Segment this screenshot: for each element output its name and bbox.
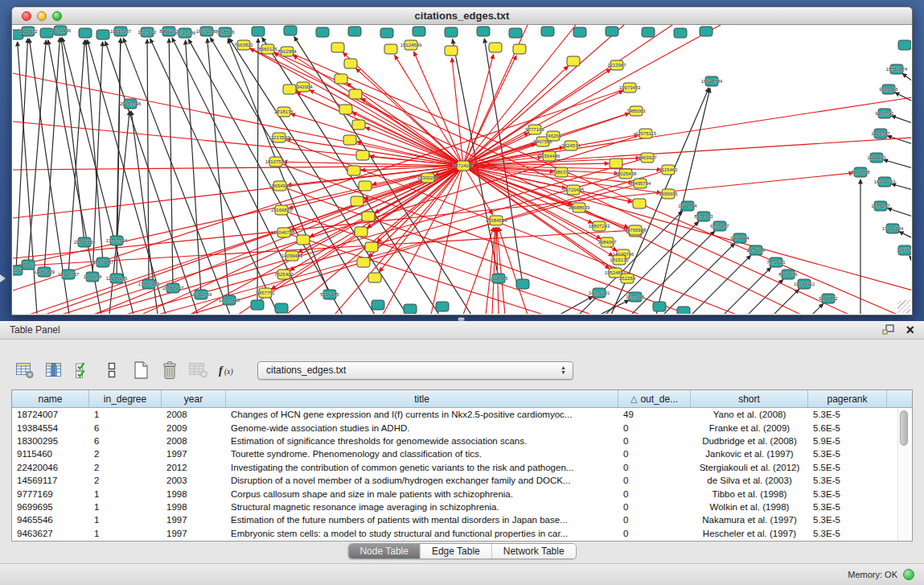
graph-node[interactable]: [343, 135, 356, 145]
select-columns-icon[interactable]: [71, 358, 95, 382]
float-panel-icon[interactable]: [881, 323, 896, 336]
table-selector-dropdown[interactable]: citations_edges.txt▲▼: [257, 361, 573, 380]
graph-node[interactable]: [445, 46, 458, 56]
graph-node[interactable]: [606, 27, 618, 36]
graph-node[interactable]: 9245852: [819, 294, 838, 303]
graph-node[interactable]: [331, 43, 344, 52]
graph-node[interactable]: [365, 242, 378, 252]
window-resize-grip[interactable]: [897, 300, 910, 313]
column-header-pagerank[interactable]: pagerank: [808, 390, 887, 407]
graph-node[interactable]: 20053346: [120, 99, 142, 109]
graph-node[interactable]: [348, 27, 361, 36]
graph-node[interactable]: [347, 166, 360, 175]
graph-node[interactable]: [516, 279, 529, 289]
graph-node[interactable]: [352, 120, 365, 130]
graph-node[interactable]: 1518485: [489, 274, 508, 283]
graph-node[interactable]: 2405572: [18, 27, 38, 36]
graph-node[interactable]: [355, 227, 368, 237]
graph-node[interactable]: [97, 30, 109, 39]
graph-node[interactable]: [513, 44, 526, 54]
graph-node[interactable]: 2935114: [747, 245, 766, 255]
graph-node[interactable]: 8215958: [851, 167, 870, 177]
graph-node[interactable]: [356, 150, 369, 160]
table-scrollbar-thumb[interactable]: [900, 410, 908, 446]
graph-node[interactable]: 15124549: [400, 40, 422, 50]
graph-node[interactable]: 16671388: [196, 27, 218, 36]
graph-node[interactable]: 1145194: [84, 272, 103, 282]
graph-node[interactable]: [642, 27, 655, 37]
table-row[interactable]: 1830029562008Estimation of significance …: [12, 435, 912, 447]
graph-node[interactable]: [297, 235, 310, 245]
graph-node[interactable]: [357, 257, 370, 267]
graph-node[interactable]: 16210643: [874, 177, 896, 187]
graph-node[interactable]: 3624574: [561, 141, 581, 150]
graph-node[interactable]: 11156809: [34, 267, 55, 277]
graph-node[interactable]: [283, 84, 296, 94]
graph-node[interactable]: 3684067: [598, 237, 617, 247]
graph-node[interactable]: 1640954: [678, 201, 697, 211]
graph-node[interactable]: [653, 302, 666, 311]
graph-node[interactable]: [567, 56, 580, 66]
graph-node[interactable]: 116753: [897, 245, 911, 255]
graph-node[interactable]: 14136141: [589, 288, 610, 298]
graph-node[interactable]: 1599297: [871, 201, 890, 211]
graph-node[interactable]: 1244413: [867, 153, 886, 163]
graph-node[interactable]: 9463627: [638, 153, 657, 163]
network-view[interactable]: 1872400718300295766382286601268912954234…: [13, 25, 911, 314]
graph-node[interactable]: [445, 27, 458, 37]
graph-node[interactable]: [541, 27, 554, 36]
graph-node[interactable]: 12942757: [58, 270, 80, 279]
graph-node[interactable]: [372, 300, 384, 310]
table-scrollbar[interactable]: [897, 409, 910, 540]
graph-node[interactable]: [79, 28, 92, 38]
network-window[interactable]: citations_edges.txt 18724007183002957663…: [11, 6, 913, 315]
table-row[interactable]: 911546021997Tourette syndrome. Phenomeno…: [12, 447, 912, 460]
graph-node[interactable]: [362, 212, 375, 221]
table-row[interactable]: 946362711997Embryonic stem cells: a mode…: [12, 527, 912, 540]
graph-node[interactable]: [677, 307, 690, 314]
graph-node[interactable]: [339, 105, 352, 114]
graph-node[interactable]: 7625402: [274, 270, 294, 279]
graph-node[interactable]: [700, 27, 713, 36]
graph-node[interactable]: 7386372: [552, 167, 571, 177]
graph-node[interactable]: 10653297: [110, 27, 132, 36]
graph-node[interactable]: [573, 27, 586, 37]
graph-node[interactable]: 7815526: [216, 27, 235, 37]
graph-node[interactable]: 6379197: [710, 221, 729, 231]
graph-node[interactable]: [251, 300, 264, 310]
graph-node[interactable]: [898, 40, 911, 50]
graph-node[interactable]: 8471676: [778, 270, 798, 279]
show-columns-icon[interactable]: [42, 358, 66, 382]
function-builder-icon[interactable]: f(x): [216, 358, 240, 382]
graph-node[interactable]: [436, 302, 449, 311]
table-row[interactable]: 1938455462009Genome-wide association stu…: [12, 421, 912, 434]
graph-node[interactable]: [351, 196, 363, 206]
network-window-titlebar[interactable]: citations_edges.txt: [12, 7, 912, 25]
graph-node[interactable]: 1733426: [626, 292, 645, 302]
graph-node[interactable]: [344, 59, 357, 68]
column-header-title[interactable]: title: [226, 390, 618, 407]
graph-node[interactable]: [610, 159, 622, 168]
table-row[interactable]: 1456911722003Disruption of a novel membe…: [12, 474, 912, 487]
tab-network-table[interactable]: Network Table: [492, 544, 576, 558]
graph-node[interactable]: 10025438: [615, 169, 637, 179]
graph-node[interactable]: [349, 89, 362, 99]
graph-node[interactable]: [284, 26, 297, 35]
table-row[interactable]: 2242004622012Investigating the contribut…: [12, 461, 912, 474]
graph-node[interactable]: 93975887: [92, 257, 114, 267]
tab-edge-table[interactable]: Edge Table: [421, 544, 492, 558]
table-row[interactable]: 977716911998Corpus callosum shape and si…: [12, 487, 912, 500]
graph-node[interactable]: 19495794: [630, 179, 651, 188]
graph-node[interactable]: [477, 27, 490, 36]
table-options-icon[interactable]: [13, 358, 37, 382]
graph-node[interactable]: 2718176: [274, 107, 294, 117]
graph-node[interactable]: 16648784: [701, 76, 723, 86]
table-row[interactable]: 946554611997Estimation of the future num…: [12, 513, 912, 526]
graph-node[interactable]: 17353924: [106, 236, 128, 245]
graph-node[interactable]: [252, 27, 265, 36]
graph-node[interactable]: 15751874: [886, 64, 908, 74]
graph-node[interactable]: [335, 74, 347, 84]
graph-node[interactable]: 19166825: [271, 205, 293, 215]
graph-node[interactable]: [509, 28, 522, 38]
graph-node[interactable]: [368, 273, 381, 282]
